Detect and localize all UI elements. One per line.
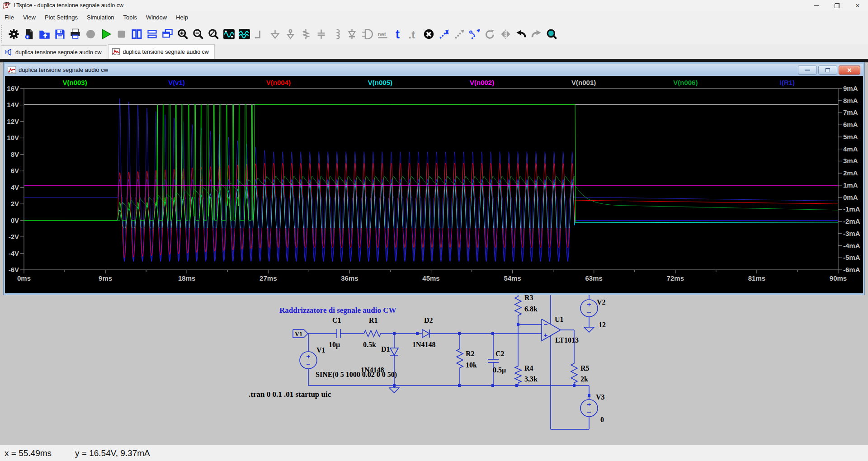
voltage-source[interactable] [580,400,598,417]
status-cursor-x: x = 55.49ms [5,448,52,458]
component-label: R3 [524,294,533,301]
wire-junction [515,384,518,387]
toolbar-button-undo[interactable] [513,26,528,42]
legend-V(v1)[interactable]: V(v1) [168,79,185,86]
close-button[interactable]: × [847,0,868,11]
legend-V(n006)[interactable]: V(n006) [673,79,698,86]
plot-minimize-button[interactable] [798,66,817,75]
toolbar-button-print[interactable] [67,26,83,42]
y-right-tick-label: -2mA [843,217,860,225]
x-tick-label: 63ms [585,274,603,282]
voltage-source[interactable] [580,300,598,317]
search-icon [546,28,558,40]
legend-I(R1)[interactable]: I(R1) [780,79,795,86]
toolbar-button-save[interactable] [52,26,67,42]
close-icon: × [855,2,860,9]
toolbar-button-control-panel[interactable] [6,26,21,42]
waveform-plot[interactable]: 16V14V12V10V8V6V4V2V0V-2V-4V-6V9mA8mA7mA… [5,76,860,292]
component-label: 1N4148 [412,341,436,348]
y-right-tick-label: 0mA [843,193,858,201]
toolbar-button-zoom-out[interactable] [190,26,206,42]
close-icon: ✕ [847,67,852,74]
y-left-tick-label: 6V [11,167,19,174]
y-left-tick-label: 12V [7,118,19,125]
open-icon [38,28,51,40]
component-label: V1 [316,346,326,354]
y-left-tick-label: -4V [9,249,19,257]
toolbar-button-cascade[interactable] [160,26,175,42]
toolbar-button-tile-horizontal[interactable] [144,26,160,42]
toolbar-button-plot-settings[interactable] [236,26,252,42]
y-right-tick-label: 3mA [843,157,858,165]
plot-close-button[interactable]: ✕ [839,66,860,75]
legend-V(n004)[interactable]: V(n004) [266,79,291,86]
toolbar-button-run[interactable] [98,26,113,42]
menu-help[interactable]: Help [171,12,193,23]
toolbar-button-duplicate[interactable] [436,26,452,42]
tab-2-waveform[interactable]: duplica tensione segnale audio cw [108,44,214,59]
minimize-button[interactable] [806,0,826,11]
toolbar-button-spice-directive: .t [406,26,421,42]
toolbar-button-autorange[interactable] [221,26,236,42]
menu-simulation[interactable]: Simulation [82,12,119,23]
y-right-tick-label: 6mA [843,121,858,128]
y-left-tick-label: -2V [9,233,19,240]
component-icon [361,28,373,40]
waveform-window-titlebar[interactable]: duplica tensione segnale audio cw ✕ [5,64,863,76]
toolbar: nett.t [0,24,868,45]
toolbar-button-zoom-in[interactable] [175,26,190,42]
component-label: 10k [466,361,477,369]
legend-V(n003)[interactable]: V(n003) [62,79,87,86]
schematic-canvas[interactable]: Raddrizzatore di segnale audio CW.tran 0… [0,292,868,445]
spice-directive-icon: .t [407,28,420,40]
y-left-tick-label: 16V [7,85,19,92]
toolbar-button-text[interactable]: t [390,26,406,42]
zoom-in-icon [177,28,189,40]
mdi-background [0,59,868,62]
component-label: D1 [381,345,390,353]
minimize-icon [805,70,810,71]
net-name-icon: net [377,28,389,40]
y-right-tick-label: 9mA [843,85,858,92]
toolbar-button-drag[interactable] [467,26,482,42]
menu-tools[interactable]: Tools [119,12,142,23]
legend-V(n005)[interactable]: V(n005) [368,79,392,86]
y-left-tick-label: -6V [9,266,19,273]
control-panel-icon [8,28,20,40]
component-label: 3,3k [524,375,538,383]
plot-restore-button[interactable] [818,66,837,75]
zoom-out-icon [192,28,204,40]
net-flag-label: V1 [295,331,302,338]
toolbar-button-delete[interactable] [421,26,436,42]
title-bar: LTspice - duplica tensione segnale audio… [0,0,868,11]
toolbar-button-open[interactable] [37,26,52,42]
y-left-tick-label: 8V [11,151,19,158]
svg-text:net: net [377,31,386,38]
schematic-icon [5,49,13,56]
voltage-source[interactable] [300,352,317,369]
menu-plot-settings[interactable]: Plot Settings [40,12,82,23]
menu-file[interactable]: File [0,12,19,23]
menu-view[interactable]: View [19,12,40,23]
component-label: V3 [596,393,605,401]
toolbar-button-tile-vertical[interactable] [129,26,144,42]
menu-window[interactable]: Window [142,12,171,23]
toolbar-button-new-schematic[interactable] [21,26,37,42]
trace-V(v1) [24,179,838,262]
run-icon [100,28,112,40]
x-tick-label: 0ms [17,274,31,282]
legend-V(n001)[interactable]: V(n001) [571,79,596,86]
legend-V(n002)[interactable]: V(n002) [470,79,494,86]
x-tick-label: 27ms [259,274,277,282]
toolbar-button-zoom-full[interactable] [206,26,221,42]
toolbar-handle[interactable] [1,25,4,42]
tab-1-schematic[interactable]: duplica tensione segnale audio cw [1,45,107,59]
component-label: 0.5k [363,341,376,348]
svg-text:t: t [395,28,399,40]
restore-button[interactable] [826,0,847,11]
minimize-icon [814,5,819,6]
new-schematic-icon [23,28,35,40]
y-left-tick-label: 4V [11,183,19,191]
toolbar-button-search[interactable] [544,26,559,42]
duplicate-icon [438,28,450,40]
